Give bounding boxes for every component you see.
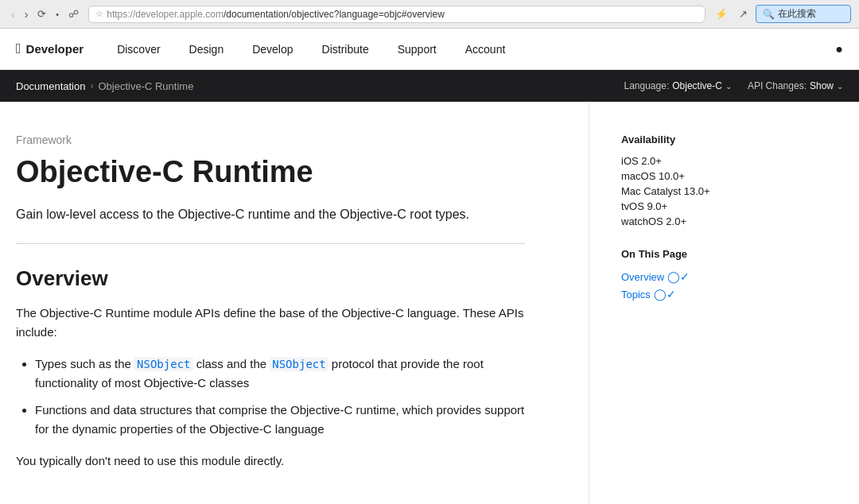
- on-this-page-topics-link[interactable]: Topics: [621, 289, 651, 300]
- on-this-page-overview: Overview ◯✓: [621, 268, 748, 285]
- reload-button[interactable]: ⟳: [34, 6, 49, 21]
- bookmark-icon: ☆: [95, 9, 103, 19]
- language-selector[interactable]: Language: Objective-C ⌄: [624, 80, 732, 91]
- breadcrumb-documentation[interactable]: Documentation: [16, 80, 85, 92]
- nav-item-develop[interactable]: Develop: [238, 29, 307, 70]
- availability-watchos: watchOS 2.0+: [621, 214, 748, 229]
- url-path: /documentation/objectivec?language=objc#…: [223, 9, 445, 20]
- apple-logo-icon: : [16, 41, 21, 57]
- page-description: Gain low-level access to the Objective-C…: [16, 205, 525, 224]
- closing-text: You typically don't need to use this mod…: [16, 452, 525, 471]
- overview-title: Overview: [16, 266, 525, 291]
- main-layout: Framework Objective-C Runtime Gain low-l…: [0, 102, 859, 504]
- availability-list: iOS 2.0+ macOS 10.0+ Mac Catalyst 13.0+ …: [621, 153, 748, 229]
- availability-macos: macOS 10.0+: [621, 169, 748, 184]
- url-text: https://developer.apple.com/documentatio…: [107, 9, 698, 20]
- api-changes-chevron: ⌄: [837, 82, 843, 91]
- share-button[interactable]: ↗: [736, 6, 751, 21]
- lightning-button[interactable]: ⚡: [712, 6, 731, 21]
- list-item-text-before: Types such as the: [35, 357, 134, 370]
- back-button[interactable]: ‹: [8, 6, 18, 22]
- url-protocol: https://developer.apple.com: [107, 9, 223, 20]
- nav-item-design[interactable]: Design: [175, 29, 239, 70]
- framework-label: Framework: [16, 134, 525, 146]
- breadcrumb-right: Language: Objective-C ⌄ API Changes: Sho…: [624, 80, 844, 91]
- apple-logo-text: Developer: [26, 42, 84, 56]
- api-changes-label: API Changes:: [748, 80, 807, 91]
- availability-title: Availability: [621, 134, 748, 145]
- on-this-page-title: On This Page: [621, 248, 748, 260]
- content-divider: [16, 243, 525, 244]
- nsobject-protocol-link[interactable]: NSObject: [270, 357, 328, 371]
- history-button[interactable]: •: [52, 8, 62, 21]
- on-this-page-list: Overview ◯✓ Topics ◯✓: [621, 268, 748, 303]
- list-item: Types such as the NSObject class and the…: [35, 355, 525, 393]
- nav-item-distribute[interactable]: Distribute: [308, 29, 383, 70]
- on-this-page-topics: Topics ◯✓: [621, 285, 748, 303]
- availability-catalyst: Mac Catalyst 13.0+: [621, 184, 748, 199]
- api-changes-value: Show: [810, 80, 834, 91]
- on-this-page-overview-link[interactable]: Overview: [621, 271, 664, 283]
- nav-items: Discover Design Develop Distribute Suppo…: [103, 29, 835, 70]
- list-item-2-text: Functions and data structures that compr…: [35, 403, 524, 436]
- api-changes-selector[interactable]: API Changes: Show ⌄: [748, 80, 843, 91]
- language-chevron: ⌄: [725, 82, 732, 91]
- browser-search-box[interactable]: 🔍 在此搜索: [756, 5, 851, 23]
- overview-list: Types such as the NSObject class and the…: [16, 355, 525, 439]
- nav-item-support[interactable]: Support: [383, 29, 451, 70]
- nav-buttons: ‹ › ⟳ • ☍: [8, 6, 82, 22]
- address-bar[interactable]: ☆ https://developer.apple.com/documentat…: [88, 6, 705, 23]
- list-item-2: Functions and data structures that compr…: [35, 401, 525, 439]
- apple-nav:  Developer Discover Design Develop Dist…: [16, 29, 843, 70]
- list-item-text-middle: class and the: [193, 357, 270, 370]
- content-area: Framework Objective-C Runtime Gain low-l…: [16, 102, 557, 504]
- forward-button[interactable]: ›: [21, 6, 32, 22]
- breadcrumb-separator: ›: [90, 80, 93, 91]
- sidebar: Availability iOS 2.0+ macOS 10.0+ Mac Ca…: [589, 102, 748, 504]
- page-title: Objective-C Runtime: [16, 156, 525, 189]
- search-text: 在此搜索: [778, 7, 816, 21]
- browser-toolbar: ‹ › ⟳ • ☍ ☆ https://developer.apple.com/…: [0, 0, 859, 29]
- nav-item-account[interactable]: Account: [451, 29, 520, 70]
- search-icon: 🔍: [763, 9, 775, 20]
- language-label: Language:: [624, 80, 670, 91]
- topics-circle-icon: ◯✓: [654, 288, 676, 300]
- nav-item-discover[interactable]: Discover: [103, 29, 174, 70]
- overview-circle-icon: ◯✓: [667, 270, 690, 283]
- availability-tvos: tvOS 9.0+: [621, 199, 748, 214]
- breadcrumb-current: Objective-C Runtime: [98, 80, 193, 92]
- nsobject-class-link[interactable]: NSObject: [134, 357, 192, 371]
- search-button[interactable]: ●: [835, 42, 843, 56]
- availability-ios: iOS 2.0+: [621, 153, 748, 169]
- language-value: Objective-C: [672, 80, 722, 91]
- breadcrumb: Documentation › Objective-C Runtime: [16, 80, 193, 92]
- apple-header:  Developer Discover Design Develop Dist…: [0, 29, 859, 70]
- apple-logo[interactable]:  Developer: [16, 41, 84, 57]
- reader-button[interactable]: ☍: [65, 6, 82, 21]
- breadcrumb-bar: Documentation › Objective-C Runtime Lang…: [0, 70, 859, 102]
- browser-actions: ⚡ ↗ 🔍 在此搜索: [712, 5, 851, 23]
- overview-intro: The Objective-C Runtime module APIs defi…: [16, 304, 525, 342]
